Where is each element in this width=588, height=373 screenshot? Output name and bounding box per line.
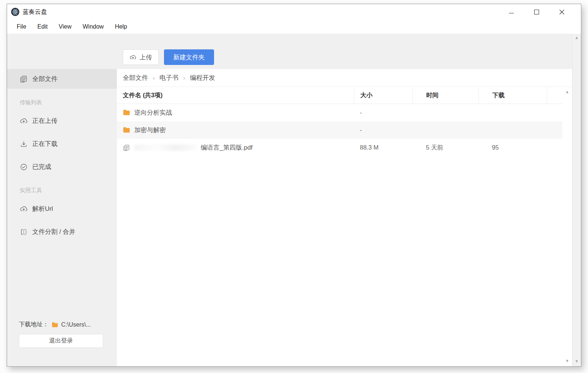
cloud-upload-icon <box>20 117 28 125</box>
cloud-upload-icon <box>20 205 28 213</box>
minimize-button[interactable] <box>503 6 519 17</box>
table-row[interactable]: 加密与解密- <box>117 121 562 139</box>
sidebar-section-label: 传输列表 <box>7 96 117 109</box>
redacted-name-prefix <box>134 144 197 151</box>
file-icon <box>123 144 130 151</box>
table-body: 逆向分析实战-加密与解密-编语言_第四版.pdf88.3 M5 天前95 <box>117 104 562 156</box>
cell-downloads <box>479 104 547 121</box>
header-downloads[interactable]: 下载 <box>479 87 547 104</box>
cell-downloads <box>479 121 547 139</box>
file-table: 文件名 (共3项) 大小 时间 下载 逆向分析实战-加密与解密-编语言_第四版.… <box>117 87 562 366</box>
cell-time <box>413 104 479 121</box>
sidebar-item-label: 全部文件 <box>32 75 58 83</box>
body: 全部文件传输列表正在上传正在下载已完成实用工具解析Url文件分割 / 合并 下载… <box>7 34 581 366</box>
sidebar-item-label: 解析Url <box>32 205 53 213</box>
sidebar-item-label: 文件分割 / 合并 <box>32 228 75 236</box>
files-icon <box>20 75 28 83</box>
cell-end-spacer <box>547 121 562 139</box>
download-path-value[interactable]: C:\Users\... <box>61 321 91 328</box>
table-row[interactable]: 逆向分析实战- <box>117 104 562 121</box>
folder-icon <box>52 322 58 328</box>
sidebar-item-label: 正在上传 <box>32 117 58 125</box>
breadcrumb: 全部文件›电子书›编程开发 <box>117 69 572 87</box>
logout-button[interactable]: 退出登录 <box>19 334 103 348</box>
app-logo-icon <box>11 7 20 16</box>
desktop: 蓝奏云盘 FileEditViewWindowHelp 全部文件传输列表正在上传… <box>0 0 588 373</box>
cell-end-spacer <box>547 139 562 156</box>
cell-size: - <box>354 104 413 121</box>
header-end-spacer <box>547 87 562 104</box>
file-panel: 全部文件›电子书›编程开发 文件名 (共3项) 大小 时间 下载 逆向分析实战-… <box>117 69 572 366</box>
menu-item-view[interactable]: View <box>54 22 76 32</box>
maximize-icon <box>534 10 539 14</box>
cell-time: 5 天前 <box>413 139 479 156</box>
header-size[interactable]: 大小 <box>354 87 413 104</box>
window-scrollbar: ▲ ▼ <box>572 34 581 366</box>
title-bar: 蓝奏云盘 <box>7 4 581 20</box>
sidebar-item-label: 已完成 <box>32 163 51 171</box>
table-scroll-up-icon[interactable]: ▲ <box>565 90 569 94</box>
table-wrap: 文件名 (共3项) 大小 时间 下载 逆向分析实战-加密与解密-编语言_第四版.… <box>117 87 572 366</box>
minimize-icon <box>509 13 514 13</box>
folder-name[interactable]: 加密与解密 <box>134 126 166 134</box>
check-circle-icon <box>20 163 28 171</box>
cell-name: 编语言_第四版.pdf <box>117 139 354 156</box>
breadcrumb-item[interactable]: 全部文件 <box>123 73 148 82</box>
sidebar-item[interactable]: 正在下载 <box>7 134 117 154</box>
breadcrumb-separator: › <box>153 75 155 81</box>
download-path-row: 下载地址： C:\Users\... <box>19 321 109 328</box>
sidebar-nav: 全部文件传输列表正在上传正在下载已完成实用工具解析Url文件分割 / 合并 <box>7 69 117 242</box>
sidebar-item[interactable]: 文件分割 / 合并 <box>7 222 117 242</box>
menu-item-help[interactable]: Help <box>111 22 132 32</box>
folder-name[interactable]: 逆向分析实战 <box>134 108 172 117</box>
table-header: 文件名 (共3项) 大小 时间 下载 <box>117 87 562 104</box>
breadcrumb-item[interactable]: 电子书 <box>160 73 178 82</box>
cell-size: 88.3 M <box>354 139 413 156</box>
cell-name: 加密与解密 <box>117 121 354 139</box>
file-name[interactable]: 编语言_第四版.pdf <box>201 143 253 152</box>
cell-time <box>413 121 479 139</box>
cloud-upload-icon <box>129 54 137 61</box>
header-name[interactable]: 文件名 (共3项) <box>117 87 354 104</box>
upload-button[interactable]: 上传 <box>123 49 159 65</box>
sidebar-item-label: 正在下载 <box>32 140 58 148</box>
header-time[interactable]: 时间 <box>413 87 479 104</box>
window-scroll-down-icon[interactable]: ▼ <box>575 359 579 363</box>
cell-downloads: 95 <box>479 139 547 156</box>
new-folder-button[interactable]: 新建文件夹 <box>164 49 214 65</box>
breadcrumb-separator: › <box>183 75 185 81</box>
menu-item-window[interactable]: Window <box>78 22 108 32</box>
folder-icon <box>123 127 130 134</box>
split-icon <box>20 228 28 236</box>
main-content: 上传 新建文件夹 全部文件›电子书›编程开发 文件名 (共3项) 大小 时间 下… <box>117 34 572 366</box>
folder-icon <box>123 109 130 117</box>
app-window: 蓝奏云盘 FileEditViewWindowHelp 全部文件传输列表正在上传… <box>7 4 581 367</box>
table-row[interactable]: 编语言_第四版.pdf88.3 M5 天前95 <box>117 139 562 156</box>
download-path-label: 下载地址： <box>19 321 49 328</box>
menu-bar: FileEditViewWindowHelp <box>7 20 581 34</box>
menu-item-file[interactable]: File <box>12 22 31 32</box>
sidebar-item[interactable]: 全部文件 <box>7 69 117 89</box>
table-scroll-down-icon[interactable]: ▼ <box>565 359 569 363</box>
sidebar: 全部文件传输列表正在上传正在下载已完成实用工具解析Url文件分割 / 合并 下载… <box>7 34 117 366</box>
window-controls <box>503 6 581 17</box>
table-scrollbar: ▲ ▼ <box>562 87 572 366</box>
upload-button-label: 上传 <box>139 53 152 62</box>
sidebar-item[interactable]: 解析Url <box>7 199 117 219</box>
sidebar-spacer <box>7 34 117 69</box>
breadcrumb-item[interactable]: 编程开发 <box>190 73 215 82</box>
sidebar-item[interactable]: 正在上传 <box>7 111 117 131</box>
window-scroll-up-icon[interactable]: ▲ <box>575 36 579 40</box>
sidebar-item[interactable]: 已完成 <box>7 157 117 177</box>
cell-name: 逆向分析实战 <box>117 104 354 121</box>
window-title: 蓝奏云盘 <box>23 8 47 16</box>
sidebar-section-label: 实用工具 <box>7 184 117 197</box>
cell-size: - <box>354 121 413 139</box>
download-icon <box>20 140 28 148</box>
cell-end-spacer <box>547 104 562 121</box>
maximize-button[interactable] <box>528 6 545 17</box>
menu-item-edit[interactable]: Edit <box>33 22 52 32</box>
close-icon <box>559 9 565 15</box>
toolbar: 上传 新建文件夹 <box>117 34 572 69</box>
close-button[interactable] <box>553 6 570 17</box>
